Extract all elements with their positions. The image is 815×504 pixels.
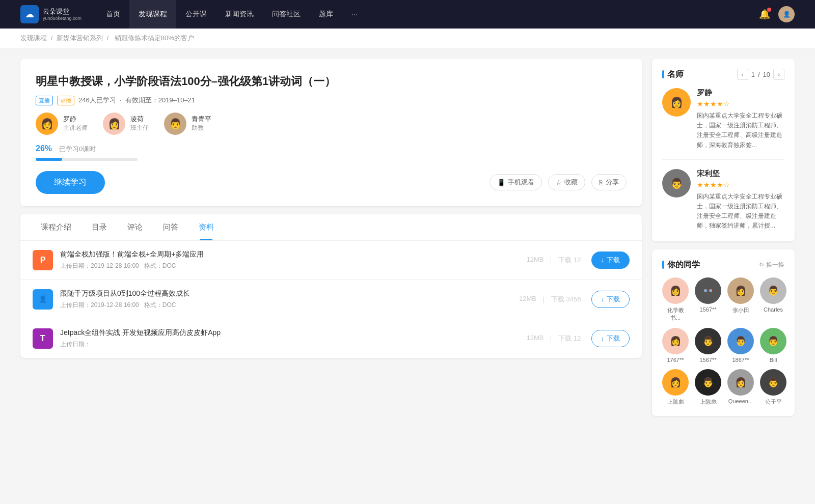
course-badges: 直播 录播 246人已学习 · 有效期至：2019–10–21 <box>36 96 627 105</box>
classmate-avatar-6: 👨 <box>695 328 721 354</box>
tab-resources[interactable]: 资料 <box>188 214 224 240</box>
download-button-1[interactable]: ↓ 下载 <box>591 251 630 269</box>
classmate-avatar-3: 👩 <box>727 277 754 304</box>
resource-item-3: T Jetpack全组件实战 开发短视频应用高仿皮皮虾App 上传日期： 12M… <box>20 319 642 358</box>
teacher-2: 👩 凌荷 班主任 <box>103 113 149 135</box>
logo[interactable]: ☁ 云朵课堂 yunduoketang.com <box>20 5 82 23</box>
classmate-8[interactable]: 👨 Bill <box>760 328 786 363</box>
user-avatar-nav[interactable]: 👤 <box>778 6 795 22</box>
refresh-icon: ↻ <box>759 261 764 268</box>
classmate-name-10: 上陈彪 <box>700 398 717 406</box>
teacher-name-1: 罗静 <box>63 115 88 124</box>
navbar: ☁ 云朵课堂 yunduoketang.com 首页 发现课程 公开课 新闻资讯… <box>0 0 815 29</box>
left-column: 明星中教授课，小学阶段语法100分–强化级第1讲动词（一） 直播 录播 246人… <box>20 59 642 424</box>
action-buttons: 📱 手机观看 ☆ 收藏 ⎘ 分享 <box>490 174 627 190</box>
nav-item-qa[interactable]: 问答社区 <box>263 0 310 29</box>
collect-button[interactable]: ☆ 收藏 <box>548 174 585 190</box>
famous-teacher-name-2: 宋利坚 <box>697 169 784 179</box>
download-icon-3: ↓ <box>601 334 605 342</box>
download-button-3[interactable]: ↓ 下载 <box>591 330 630 347</box>
continue-button[interactable]: 继续学习 <box>36 171 105 194</box>
famous-teacher-avatar-1: 👩 <box>662 88 691 117</box>
classmate-name-5: 1767** <box>667 357 684 363</box>
famous-teacher-desc-1: 国内某重点大学安全工程专业硕士，国家一级注册消防工程师、注册安全工程师、高级注册… <box>697 111 784 150</box>
classmate-avatar-12: 👨 <box>760 369 786 396</box>
share-button[interactable]: ⎘ 分享 <box>591 174 627 190</box>
nav-item-news[interactable]: 新闻资讯 <box>216 0 263 29</box>
classmate-name-4: Charles <box>764 306 783 313</box>
tab-review[interactable]: 评论 <box>117 214 153 240</box>
resource-icon-2: 👤 <box>33 289 53 310</box>
download-button-2[interactable]: ↓ 下载 <box>591 291 630 308</box>
resource-icon-1: P <box>33 250 53 270</box>
classmate-2[interactable]: 👓 1567** <box>695 277 721 322</box>
nav-item-home[interactable]: 首页 <box>97 0 129 29</box>
panel-title-teachers: 名师 <box>662 69 684 80</box>
tabs-card: 课程介绍 目录 评论 问答 资料 P 前端全栈加强版！前端全栈+全周期+多端应用… <box>20 214 642 358</box>
download-icon-1: ↓ <box>601 256 605 264</box>
total-pages: 10 <box>763 71 770 78</box>
resource-name-1: 前端全栈加强版！前端全栈+全周期+多端应用 <box>60 250 526 259</box>
classmate-name-3: 张小田 <box>732 306 749 314</box>
teacher-avatar-3: 👨 <box>164 113 186 135</box>
famous-teacher-1: 👩 罗静 ★★★★☆ 国内某重点大学安全工程专业硕士，国家一级注册消防工程师、注… <box>662 88 784 160</box>
mobile-watch-button[interactable]: 📱 手机观看 <box>490 174 542 190</box>
classmate-12[interactable]: 👨 公子平 <box>760 369 786 406</box>
teacher-name-2: 凌荷 <box>130 115 149 124</box>
classmate-10[interactable]: 👨 上陈彪 <box>695 369 721 406</box>
nav-item-more[interactable]: ··· <box>342 0 367 29</box>
notification-bell[interactable]: 🔔 <box>759 9 770 20</box>
nav-item-open[interactable]: 公开课 <box>176 0 216 29</box>
famous-teacher-desc-2: 国内某重点大学安全工程专业硕士，国家一级注册消防工程师、注册安全工程师、级注册建… <box>697 192 784 231</box>
teacher-role-1: 主讲老师 <box>63 124 88 132</box>
breadcrumb-link-discover[interactable]: 发现课程 <box>20 34 47 42</box>
progress-bar-bg <box>36 158 138 161</box>
panel-header-teachers: 名师 ‹ 1/10 › <box>662 69 784 80</box>
tab-content-resources: P 前端全栈加强版！前端全栈+全周期+多端应用 上传日期：2019-12-28 … <box>20 241 642 358</box>
famous-teacher-avatar-2: 👨 <box>662 169 691 198</box>
classmate-name-11: Queeen... <box>728 398 753 404</box>
next-page-btn[interactable]: › <box>773 69 784 80</box>
download-icon-2: ↓ <box>601 295 605 303</box>
classmates-panel: 你的同学 ↻ 换一换 👩 化学教书... 👓 1567** 👩 张小田 <box>652 249 795 416</box>
progress-studied: 已学习0课时 <box>59 145 96 153</box>
resource-meta-3: 上传日期： <box>60 340 526 349</box>
classmate-avatar-7: 👨 <box>727 328 754 354</box>
tab-qa[interactable]: 问答 <box>153 214 188 240</box>
classmate-avatar-1: 👩 <box>662 277 689 304</box>
classmates-header: 你的同学 ↻ 换一换 <box>662 260 784 270</box>
resource-stats-1: 12MB ｜ 下载 12 <box>526 256 581 265</box>
classmate-5[interactable]: 👩 1767** <box>662 328 689 363</box>
prev-page-btn[interactable]: ‹ <box>737 69 748 80</box>
teacher-name-3: 青青平 <box>192 115 211 124</box>
classmate-4[interactable]: 👨 Charles <box>760 277 786 322</box>
classmate-9[interactable]: 👩 上陈彪 <box>662 369 689 406</box>
current-page: 1 <box>751 71 755 78</box>
classmate-avatar-9: 👩 <box>662 369 689 396</box>
classmate-name-9: 上陈彪 <box>667 398 684 406</box>
nav-item-discover[interactable]: 发现课程 <box>129 0 176 29</box>
teacher-avatar-1: 👩 <box>36 113 58 135</box>
progress-section: 26% 已学习0课时 <box>36 144 627 161</box>
resource-name-2: 跟随千万级项目从0到100全过程高效成长 <box>60 289 519 298</box>
classmate-name-7: 1867** <box>732 357 749 363</box>
classmate-1[interactable]: 👩 化学教书... <box>662 277 689 322</box>
famous-teacher-2: 👨 宋利坚 ★★★★☆ 国内某重点大学安全工程专业硕士，国家一级注册消防工程师、… <box>662 169 784 231</box>
badge-rec: 录播 <box>57 96 74 105</box>
classmate-7[interactable]: 👨 1867** <box>727 328 754 363</box>
nav-item-quiz[interactable]: 题库 <box>310 0 342 29</box>
breadcrumb-link-series[interactable]: 新媒体营销系列 <box>57 34 103 42</box>
refresh-classmates-btn[interactable]: ↻ 换一换 <box>759 261 784 269</box>
classmate-name-1: 化学教书... <box>662 306 689 322</box>
mobile-icon: 📱 <box>497 179 505 186</box>
progress-pct: 26% <box>36 144 52 153</box>
badge-live: 直播 <box>36 96 53 105</box>
classmate-6[interactable]: 👨 1567** <box>695 328 721 363</box>
course-actions: 继续学习 📱 手机观看 ☆ 收藏 ⎘ 分享 <box>36 171 627 194</box>
tab-catalog[interactable]: 目录 <box>82 214 117 240</box>
classmates-grid: 👩 化学教书... 👓 1567** 👩 张小田 👨 Charles 👩 <box>662 277 784 406</box>
classmate-11[interactable]: 👩 Queeen... <box>727 369 754 406</box>
classmate-3[interactable]: 👩 张小田 <box>727 277 754 322</box>
logo-sub: yunduoketang.com <box>43 16 82 21</box>
tab-intro[interactable]: 课程介绍 <box>31 214 82 240</box>
